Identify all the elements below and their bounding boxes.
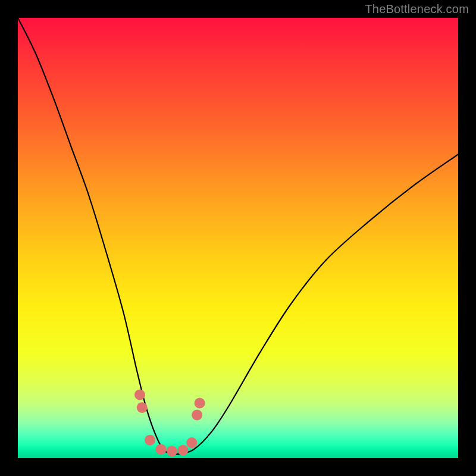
curve-marker	[195, 398, 205, 409]
curve-marker	[156, 444, 167, 455]
curve-marker	[137, 402, 148, 413]
marker-group	[134, 389, 205, 456]
curve-marker	[134, 389, 145, 400]
watermark-text: TheBottleneck.com	[365, 2, 469, 16]
chart-root: TheBottleneck.com	[0, 0, 476, 476]
chart-overlay	[18, 18, 458, 458]
bottleneck-curve	[18, 18, 458, 455]
curve-marker	[192, 409, 202, 420]
plot-area	[18, 18, 458, 458]
curve-marker	[167, 446, 177, 456]
curve-marker	[145, 435, 155, 446]
curve-marker	[178, 445, 189, 456]
curve-marker	[186, 437, 197, 448]
